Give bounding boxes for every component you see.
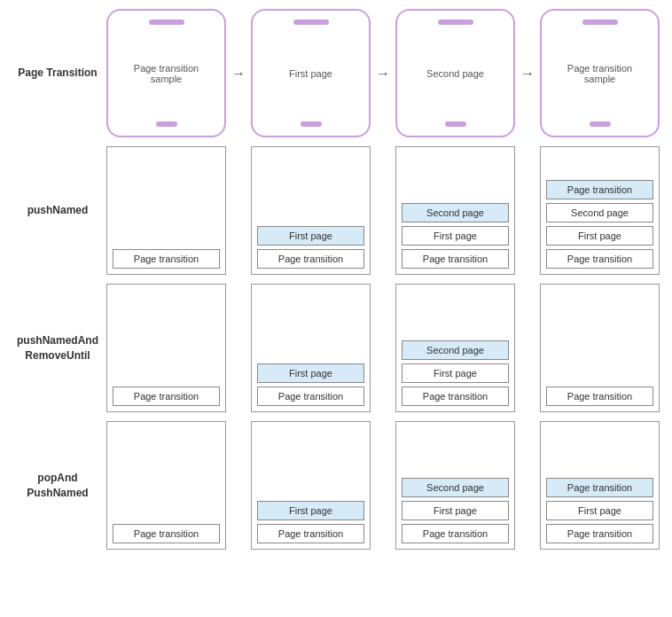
screens-row-3: Page transition First page Page transiti… (106, 421, 663, 550)
stack-screen-1-3: Page transition Second page First page P… (540, 146, 660, 275)
stack-item-3-pt-2: Page transition (402, 524, 509, 543)
stack-item-2-0: Page transition (113, 387, 220, 406)
label-pop-push: popAnd PushNamed (9, 471, 106, 501)
label-push-named: pushNamed (9, 203, 106, 218)
stack-screen-3-0: Page transition (106, 421, 226, 550)
stack-screen-2-3: Page transition (540, 284, 660, 412)
label-page-transition: Page Transition (9, 66, 106, 81)
stack-item-3-pt-3: Page transition (546, 524, 653, 543)
stack-item-2-pt: Page transition (257, 387, 364, 406)
stack-item-3-0: Page transition (113, 524, 220, 543)
phone-notch (149, 20, 184, 25)
phone-notch-3 (582, 20, 618, 25)
row-page-transition: Page Transition Page transition sample →… (9, 9, 663, 137)
phone-home-button (156, 121, 177, 127)
stack-screen-2-0: Page transition (106, 284, 226, 412)
phone-home-button-3 (590, 121, 611, 127)
stack-screen-1-1: First page Page transition (251, 146, 371, 275)
stack-item-3-first-3: First page (546, 501, 653, 520)
stack-item-pt-2: Page transition (402, 249, 509, 269)
row-pop-push: popAnd PushNamed Page transition First p… (9, 421, 663, 550)
stack-screen-3-1: First page Page transition (251, 421, 371, 550)
stack-item-2-first: First page (257, 363, 364, 383)
phone-home-button-1 (301, 121, 322, 127)
stack-item-3-second: Second page (402, 478, 509, 497)
stack-item-pt-top: Page transition (546, 180, 653, 199)
stack-screen-1-0: Page transition (106, 146, 226, 275)
phone-screen-3: Page transition sample (540, 9, 660, 137)
stack-screen-3-2: Second page First page Page transition (395, 421, 515, 550)
row-push-named-remove: pushNamedAnd RemoveUntil Page transition… (9, 284, 663, 412)
phone-content-0: Page transition sample (117, 32, 215, 114)
arrow-0: → (226, 66, 251, 82)
stack-item-3-pt-top: Page transition (546, 478, 653, 497)
phone-content-3: Page transition sample (551, 32, 649, 114)
phone-home-button-2 (445, 121, 466, 127)
stack-screen-2-2: Second page First page Page transition (395, 284, 515, 412)
stack-item: Page transition (113, 249, 220, 269)
arrow-2: → (515, 66, 540, 82)
phone-screen-2: Second page (395, 9, 515, 137)
stack-item-2-pt-2: Page transition (402, 387, 509, 406)
stack-item-first-2: First page (402, 226, 509, 246)
stack-item-2-first-2: First page (402, 363, 509, 383)
phone-notch-2 (438, 20, 473, 25)
phone-content-1: First page (289, 32, 332, 114)
label-push-named-remove: pushNamedAnd RemoveUntil (9, 333, 106, 363)
stack-item-pt: Page transition (257, 249, 364, 269)
screens-row-2: Page transition First page Page transiti… (106, 284, 663, 412)
phone-notch-1 (293, 20, 329, 25)
stack-item-second-3: Second page (546, 203, 653, 223)
stack-item-first: First page (257, 226, 364, 246)
stack-item-2-second: Second page (402, 340, 509, 360)
stack-item-3-first: First page (257, 501, 364, 520)
stack-screen-3-3: Page transition First page Page transiti… (540, 421, 660, 550)
stack-screen-2-1: First page Page transition (251, 284, 371, 412)
main-container: Page Transition Page transition sample →… (0, 0, 672, 567)
stack-item-2-pt-3: Page transition (546, 387, 653, 406)
arrow-1: → (371, 66, 395, 82)
stack-item-3-pt: Page transition (257, 524, 364, 543)
phone-content-2: Second page (426, 32, 484, 114)
stack-item-pt-3: Page transition (546, 249, 653, 269)
phone-screen-1: First page (251, 9, 371, 137)
screens-row-1: Page transition First page Page transiti… (106, 146, 663, 275)
stack-item-first-3: First page (546, 226, 653, 246)
screens-row-0: Page transition sample → First page → Se… (106, 9, 663, 137)
phone-screen-0: Page transition sample (106, 9, 226, 137)
stack-screen-1-2: Second page First page Page transition (395, 146, 515, 275)
row-push-named: pushNamed Page transition First page Pag… (9, 146, 663, 275)
stack-item-3-first-2: First page (402, 501, 509, 520)
stack-item-second: Second page (402, 203, 509, 223)
